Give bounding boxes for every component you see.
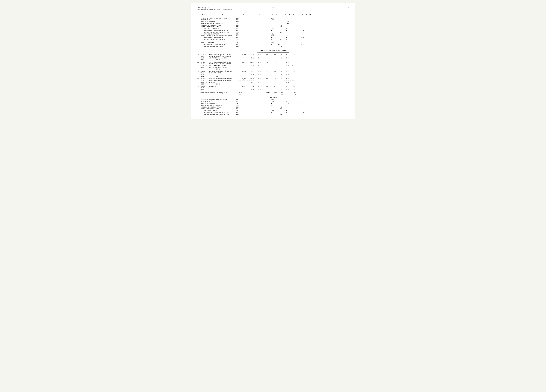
bottom-row-7: НОРМАТИВНАЯ ТРУДОЕМКОСТЬ В М.Р. = ЧЕЛ.-Ч… [197, 111, 349, 113]
row-zp-mash: ЗАРАБОТНАЯ ПЛАТА МАШИНИСТОВ = РУБ. • • 4… [197, 23, 349, 24]
row-vsego-metal: ВСЕГО,СТОИМОСТЬ МЕТАЛЛОМОНТАЖНЫХ РАБОТ =… [197, 35, 349, 37]
bottom-row-8: СМЕТНАЯ ЗАРАБОТНАЯ ПЛАТА В М.Р. = РУБ. •… [197, 113, 349, 115]
bottom-row-4: ОСНОВНАЯ ЗАРАБОТНАЯ ПЛАТА = РУБ. • 162 •… [197, 106, 349, 108]
col-sep7: : [289, 14, 290, 16]
row-vsegozp: ВСЕГО ЗАРАБОТНАЯ ПЛАТА- РУБ. • 906 • • [197, 26, 349, 28]
entry-14-tex: ТЕХ.Ч ПЕРВЫЙ И КАЖДЫЙ ПОСЛЕДУЮЩИЙ ------… [197, 56, 349, 57]
r0-c7: 2496 [268, 17, 275, 19]
r0-c11: • [299, 17, 305, 19]
col-h1: 1 [197, 14, 200, 16]
entry-17: 17 E13-160 -ОКРАСКА ПОВЕРХНОСТЕЙ ЭМАЛЯМИ… [197, 78, 349, 85]
bottom-row-0: СТОИМОСТЬ ОБЩЕСТРОИТЕЛЬНЫХ РАБОТ = РУБ. … [197, 99, 349, 101]
top-divider [197, 13, 349, 13]
entry-14-main: 14 E13-119 -ОГРУНТОВКА ПОВЕРХНОСТЕЙ ЗА 8… [197, 54, 349, 56]
entry-16-p39: П.3.9 4,36 0,20 2 0,26 2 [197, 74, 349, 76]
col-h4: 1 [240, 14, 247, 16]
entry-17-bcn: ЗСН18-13 100М2 [197, 83, 349, 85]
row-norm-tr2: НОРМАТИВНАЯ ТРУДОЕМКОСТЬ = ЧЕЛ.-Ч • • • … [197, 37, 349, 39]
row-norm-tr: НОРМАТИВНАЯ ТРУДОЕМКОСТЬ В М.Р. = ЧЕЛ.-Ч… [197, 30, 349, 32]
itogo3-row2: РУБ. 28 33 [197, 94, 349, 96]
row-smet-zp2: СМЕТНАЯ ЗАРАБОТНАЯ ПЛАТА = РУБ. • 945 • … [197, 39, 349, 40]
equals-line: ================================ [197, 52, 349, 53]
entry-15-bcn: ЗСН15-4 РЕШЕТЧАТЫХ КОНСТРУКЦИЯ [197, 66, 349, 68]
entry-15: 15 E13-119 -ОГРУНТОВКА ПОВЕРХНОСТЕЙ ЗА 1… [197, 61, 349, 70]
entry-14-bcn: ЗСН15-4 100М2 [197, 59, 349, 61]
row-stoimost-unit: РУБ. [236, 17, 243, 19]
bottom-row-6: НАКЛАДНЫЕ РАСХОДЫ = РУБ. 190 • • • [197, 110, 349, 111]
col-sep8: : [298, 14, 299, 16]
col-sep6: : [280, 14, 281, 16]
col-h6: 6 [264, 14, 272, 16]
row-stoimost-desc: СТОИМОСТЬ МЕТАЛЛОМОНТАЖНЫХ РАБОТ = [201, 17, 236, 19]
col-sep3: 1 [255, 14, 256, 16]
vtom-label: В ТОМ ЧИСЛЕ: [197, 97, 349, 98]
col-h3: 3 [205, 14, 240, 16]
page-right: 199 [347, 7, 349, 8]
col-sep5: 1 [272, 14, 273, 16]
col-sep1: : [200, 14, 201, 16]
col-h11: 11 [307, 14, 313, 16]
col-h4b: 4 [247, 14, 255, 16]
itogo3-row: ИТОГО ПРЯМЫЕ ЗАТРАТЫ ПО РАЗДЕЛУ 3 РУБ. 1… [197, 92, 349, 94]
bottom-row-3: ЗАРАБОТНАЯ ПЛАТА МАШИНИСТОВ = РУБ. • • 2… [197, 105, 349, 106]
entry-16-main: 16 E13-160 -ОКРАСКА ПОВЕРХНОСТЕЙ ЭМАЛЯМИ… [197, 71, 349, 72]
sec3-divider [197, 91, 349, 91]
col-sep2: : [204, 14, 205, 16]
col-h10: 10 [299, 14, 306, 16]
bottom-row-2: ЭКСПЛУАТАЦИЯ МАШИН = РУБ. • • 43 • [197, 103, 349, 105]
row-ekspl: ЭКСПЛУАТАЦИЯ МАШИН = .РУБ. • • 930 • [197, 21, 349, 23]
page: 704-I-240.88(7) ПРОГРАММНЫЙ КОМПЛЕКС ABC… [191, 3, 355, 119]
entry-18-tex: ВЫП.2 Т ---------- ---------- --------- … [197, 87, 349, 89]
entry-14-p39: П.3.9 РАЗ ГРУНТОВКОЙ: ФЛ-03К 2,25 0,06 1… [197, 57, 349, 59]
row-plan-nac: ПЛАНОВЫЕ НАКОПЛЕНИЯ = РУБ. 217 • • • [197, 33, 349, 35]
itogo3-block: ИТОГО ПРЯМЫЕ ЗАТРАТЫ ПО РАЗДЕЛУ 3 РУБ. 1… [197, 92, 349, 96]
e14-code: E13-119 [200, 54, 209, 55]
entry-15-main: 15 E13-119 -ОГРУНТОВКА ПОВЕРХНОСТЕЙ ЗА 1… [197, 61, 349, 63]
row-mat: МАТЕРИАЛЫ = РУБ. 660 • - • [197, 19, 349, 21]
row-nakl: НАКЛАДНЫЕ РАСХОДЫ = РУБ. 215 • • • [197, 28, 349, 30]
program-line: ПРОГРАММНЫЙ КОМПЛЕКС ABC-3EC ( РЕДАКЦИЯ … [197, 9, 349, 10]
col-h9: 9 [290, 14, 298, 16]
bottom-rows: СТОИМОСТЬ ОБЩЕСТРОИТЕЛЬНЫХ РАБОТ = РУБ. … [197, 99, 349, 115]
itogo2-label: ИТОГО ПО РАЗДЕЛУ 2 [201, 42, 236, 43]
row-osnzp: ОСНОВНАЯ ЗАРАБОТНАЯ ПЛАТА = РУБ: • 470 •… [197, 24, 349, 26]
col-sep4: : [263, 14, 264, 16]
col-divider [197, 17, 349, 17]
entry-15-p39: П.3.9,3.5 РАЗ ГРУНТОВКОЙ: ФЛ-03К 2,48 0,… [197, 65, 349, 66]
col-h7: 7 [273, 14, 280, 16]
section3-entries: 14 E13-119 -ОГРУНТОВКА ПОВЕРХНОСТЕЙ ЗА 8… [197, 54, 349, 91]
col-h8: 8 [281, 14, 289, 16]
itogo2-norm-row: НОРМАТИВНАЯ ТРУДОЕМКОСТЬ = ЧЕЛ.-Ч • •· 1… [197, 44, 349, 45]
entry-16-tex: ТЕХ.Ч ХВ-125 ЗА 4 РАЗА ---------- ------… [197, 72, 349, 74]
entry-14: 14 E13-119 -ОГРУНТОВКА ПОВЕРХНОСТЕЙ ЗА 8… [197, 54, 349, 61]
entry-18: 18 E13-388 -ПОАМОСТИ 30,81 5,08 1,61 258… [197, 85, 349, 91]
e14-num: 14 [197, 54, 200, 55]
col-sep9: 1 [306, 14, 307, 16]
entry-18-bcn: ЗСН52-3 1,81 0,49 25 0,63 32 [197, 89, 349, 91]
itogo2-block: ИТОГО ПО РАЗДЕЛУ 2 РУБ. 2928 • •· • НОРМ… [197, 42, 349, 47]
r0-c8: - [275, 17, 283, 19]
col-h5: 5 [256, 14, 263, 16]
row-stoimost: СТОИМОСТЬ МЕТАЛЛОМОНТАЖНЫХ РАБОТ = РУБ. … [197, 17, 349, 19]
entry-15-qty: 100М2 [197, 68, 349, 70]
col-h2: 2 [201, 14, 204, 16]
entry-15-tex: ТЕХ.Ч ПЕРВЫЙ И КАЖДЫЙ ПОСЛЕДУЮЩИЙ ------… [197, 63, 349, 65]
itogo2-row: ИТОГО ПО РАЗДЕЛУ 2 РУБ. 2928 • •· • [197, 42, 349, 44]
section3-title: РАЗДЕЛ 3. ОКРАСКА КОНСТРУКЦИЯ [197, 50, 349, 51]
entry-18-main: 18 E13-388 -ПОАМОСТИ 30,81 5,08 1,61 258… [197, 85, 349, 87]
section2-rows: СТОИМОСТЬ МЕТАЛЛОМОНТАЖНЫХ РАБОТ = РУБ. … [197, 17, 349, 40]
entry-16-bcn: ЗСН18-13 100М2 [197, 76, 349, 78]
bottom-row-5: ВСЕГО ЗАРАБОТНАЯ ПЛАТА- РУБ. • 190 • • [197, 108, 349, 110]
e14-desc: -ОГРУНТОВКА ПОВЕРХНОСТЕЙ ЗА [209, 54, 239, 55]
col-header-row: 1 : 2 : 3 1 4 1 5 : 6 1 7 : 8 : 9 : 10 1… [197, 14, 349, 16]
itogo2-smet-row: СМЕТНАЯ ЗАРАБОТНАЯ ПЛАТА = РУБ. • ·945 •… [197, 45, 349, 47]
bottom-row-1: МАТЕРИАЛЫ = РУБ. 896 • • • [197, 101, 349, 103]
entry-17-p39: П.3.9,3.5 ЗА 4 РАЗА 6,79 0,22 • 0,28 • [197, 81, 349, 83]
r0-c9: - [283, 17, 290, 19]
entry-17-tex: ТЕХ.Ч ХВ-125 РЕШЕТЧАТЫХ КОНСТРУКЦИЯ ----… [197, 80, 349, 81]
entry-17-main: 17 E13-160 -ОКРАСКА ПОВЕРХНОСТЕЙ ЭМАЛЯМИ… [197, 78, 349, 80]
page-center: - 9 - [271, 7, 275, 9]
entry-16: 16 E13-160 -ОКРАСКА ПОВЕРХНОСТЕЙ ЭМАЛЯМИ… [197, 71, 349, 78]
row-smet-zp: СМЕТНАЯ ЗАРАБОТНАЯ ПЛАТА В М.Р. = РУБ. •… [197, 32, 349, 33]
